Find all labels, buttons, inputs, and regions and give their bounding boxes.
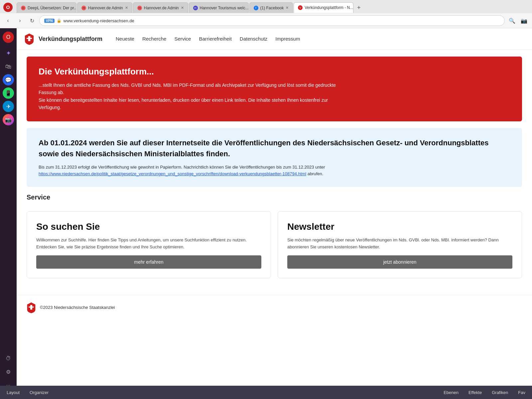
taskbar-organizer[interactable]: Organizer (30, 390, 49, 395)
nav-datenschutz[interactable]: Datenschutz (240, 36, 267, 42)
nav-impressum[interactable]: Impressum (275, 36, 300, 42)
forward-button[interactable]: › (15, 16, 25, 25)
tab-favicon-h1: H (81, 6, 86, 10)
telegram-icon[interactable]: ✈ (3, 101, 14, 112)
page-content: Verkündungsplattform Neueste Recherche S… (17, 28, 532, 394)
reload-button[interactable]: ↻ (27, 16, 37, 25)
nav-recherche[interactable]: Recherche (142, 36, 167, 42)
url-text: www.verkuendung-niedersachsen.de (64, 18, 134, 23)
tab-favicon-deepl: D (21, 6, 26, 10)
vpn-badge: VPN (44, 19, 55, 23)
shopping-icon[interactable]: 🛍 (3, 61, 14, 72)
footer-shield-icon (27, 302, 36, 313)
url-bar[interactable]: VPN 🔒 www.verkuendung-niedersachsen.de (39, 15, 505, 26)
footer-text: ©2023 Niedersächsische Staatskanzlei (40, 305, 115, 310)
browser-chrome: O D DeepL Übersetzen: Der pr... ✕ H Hann… (0, 0, 532, 28)
lock-icon: 🔒 (57, 18, 62, 23)
tab-close-facebook[interactable]: ✕ (286, 6, 289, 10)
info-main-text: Ab 01.01.2024 werden Sie auf dieser Inte… (39, 137, 510, 159)
new-tab-button[interactable]: + (354, 3, 363, 12)
taskbar: Layout Organizer Ebenen Effekte Grafiken… (0, 386, 532, 399)
info-box: Ab 01.01.2024 werden Sie auf dieser Inte… (27, 128, 522, 187)
sidebar-bottom: ⏱ ⚙ ··· (3, 353, 14, 391)
card-newsletter-title: Newsletter (287, 221, 512, 232)
taskbar-layout[interactable]: Layout (7, 390, 20, 395)
tab-verkuendung[interactable]: V Verkündungsplattform - N... ✕ (294, 2, 353, 13)
tab-favicon-facebook: f (254, 6, 258, 10)
tab-favicon-tourismus: H (193, 6, 198, 10)
info-main-suffix: werden Sie auf dieser Internetseite die … (39, 139, 488, 158)
nav-neueste[interactable]: Neueste (116, 36, 134, 42)
taskbar-effekte[interactable]: Effekte (468, 390, 482, 395)
main-layout: O ✦ 🛍 💬 📱 ✈ 📷 ⏱ ⚙ ··· Verkündungsplattfo… (0, 28, 532, 394)
jetzt-abonnieren-button[interactable]: jetzt abonnieren (287, 255, 512, 269)
service-cards: So suchen Sie Willkommen zur Suchhilfe. … (27, 208, 522, 282)
logo-shield-icon (23, 33, 35, 45)
snapshot-button[interactable]: 📷 (519, 16, 529, 25)
instagram-icon[interactable]: 📷 (3, 114, 14, 125)
logo-text: Verkündungsplattform (39, 36, 102, 43)
nav-service[interactable]: Service (174, 36, 191, 42)
service-card-newsletter: Newsletter Sie möchten regelmäßig über n… (278, 211, 522, 278)
hero-title: Die Verkündungsplattform... (39, 66, 510, 77)
tabs-bar: O D DeepL Übersetzen: Der pr... ✕ H Hann… (0, 0, 532, 13)
site-footer: ©2023 Niedersächsische Staatskanzlei (17, 295, 532, 320)
service-section: Service So suchen Sie Willkommen zur Suc… (27, 194, 522, 292)
whatsapp-icon[interactable]: 📱 (3, 87, 14, 99)
search-button[interactable]: 🔍 (507, 16, 517, 25)
tab-facebook[interactable]: f (1) Facebook ✕ (249, 2, 293, 13)
tab-close-h1[interactable]: ✕ (125, 6, 128, 10)
address-bar: ‹ › ↻ VPN 🔒 www.verkuendung-niedersachse… (0, 13, 532, 28)
taskbar-fav[interactable]: Fav (518, 390, 525, 395)
site-nav: Verkündungsplattform Neueste Recherche S… (17, 28, 532, 50)
tab-favicon-verkuendung: V (298, 5, 303, 10)
mehr-erfahren-button[interactable]: mehr erfahren (36, 255, 261, 269)
card-search-title: So suchen Sie (36, 221, 261, 232)
hero-section: Die Verkündungsplattform... ...stellt Ih… (27, 57, 522, 121)
tab-deepl[interactable]: D DeepL Übersetzen: Der pr... ✕ (17, 2, 76, 13)
opera-logo[interactable]: O (3, 3, 13, 12)
nav-barrierefreiheit[interactable]: Barrierefreiheit (199, 36, 231, 42)
info-date: Ab 01.01.2024 (39, 139, 87, 147)
left-sidebar: O ✦ 🛍 💬 📱 ✈ 📷 ⏱ ⚙ ··· (0, 28, 17, 394)
hero-text: ...stellt Ihnen die amtliche Fassung des… (39, 81, 338, 111)
info-sub-text: Bis zum 31.12.2023 erfolgt die Veröffent… (39, 164, 510, 178)
opera-sidebar-icon[interactable]: O (3, 32, 14, 43)
tab-hannover1[interactable]: H Hannover.de Admin ✕ (77, 2, 132, 13)
tab-favicon-h2: H (137, 6, 142, 10)
nav-links: Neueste Recherche Service Barrierefreihe… (116, 36, 300, 42)
taskbar-ebenen[interactable]: Ebenen (444, 390, 459, 395)
site-logo[interactable]: Verkündungsplattform (23, 33, 102, 45)
taskbar-grafiken[interactable]: Grafiken (492, 390, 508, 395)
extensions-icon[interactable]: ✦ (3, 48, 14, 59)
history-icon[interactable]: ⏱ (3, 353, 14, 364)
service-heading: Service (27, 194, 522, 201)
card-search-text: Willkommen zur Suchhilfe. Hier finden Si… (36, 237, 261, 251)
tab-hannover2[interactable]: H Hannover.de Admin ✕ (133, 2, 188, 13)
address-bar-right: 🔍 📷 (507, 16, 529, 25)
card-newsletter-text: Sie möchten regelmäßig über neue Veröffe… (287, 237, 512, 251)
tab-hannover-tourismus[interactable]: H Hannover Tourismus welc... ✕ (189, 2, 249, 13)
messenger-icon[interactable]: 💬 (3, 74, 14, 85)
tab-close-h2[interactable]: ✕ (181, 6, 184, 10)
info-link[interactable]: https://www.niedersachsen.de/politik_sta… (39, 171, 306, 176)
service-card-search: So suchen Sie Willkommen zur Suchhilfe. … (27, 211, 271, 278)
taskbar-right: Ebenen Effekte Grafiken Fav (444, 390, 525, 395)
back-button[interactable]: ‹ (3, 16, 13, 25)
settings-icon[interactable]: ⚙ (3, 366, 14, 377)
